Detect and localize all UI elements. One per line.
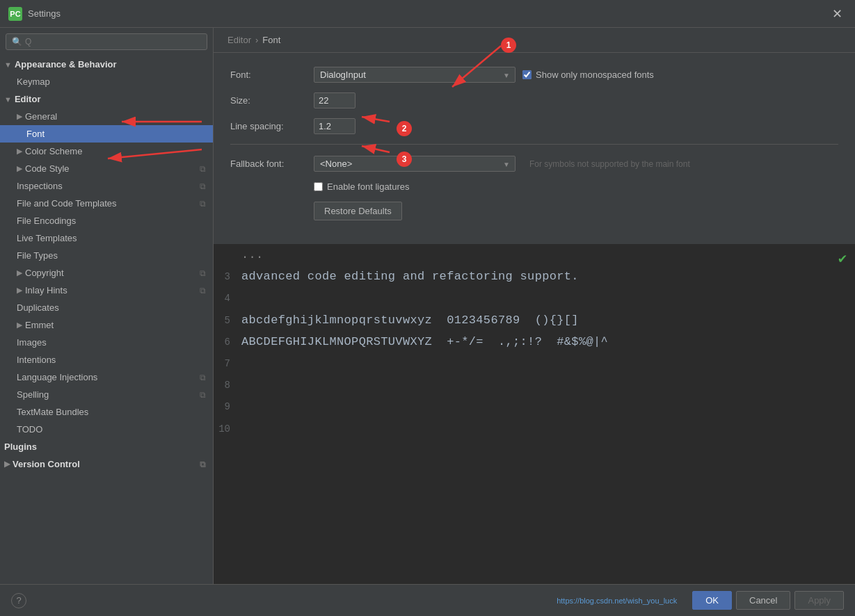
sidebar-item-general[interactable]: ▶ General [0,108,213,125]
sidebar-item-appearance[interactable]: ▼ Appearance & Behavior [0,56,213,73]
code-line-6: 6 ABCDEFGHIJKLMNOPQRSTUVWXYZ +-*/= .,;:!… [214,331,855,352]
code-line-5: 5 abcdefghijklmnopqrstuvwxyz 0123456789 … [214,309,855,331]
line-spacing-input[interactable] [314,118,355,134]
close-button[interactable]: ✕ [828,5,847,23]
copy-icon: ⧉ [200,286,206,295]
footer-left: ? [11,593,26,608]
footer-right: https://blog.csdn.net/wish_you_luck OK C… [557,591,844,610]
code-line-8: 8 [214,374,855,396]
arrow-icon: ▶ [17,286,22,295]
monospaced-checkbox-label[interactable]: Show only monospaced fonts [522,70,654,80]
font-label: Font: [230,70,307,80]
sidebar-item-inlay-hints[interactable]: ▶ Inlay Hints ⧉ [0,282,213,299]
restore-defaults-button[interactable]: Restore Defaults [314,202,402,220]
arrow-icon: ▼ [4,95,12,104]
size-input[interactable] [314,92,355,108]
sidebar-item-code-style[interactable]: ▶ Code Style ⧉ [0,160,213,177]
copy-icon: ⧉ [200,268,206,278]
sidebar-item-file-types[interactable]: File Types [0,247,213,264]
app-icon: PC [8,7,22,21]
sidebar-item-images[interactable]: Images [0,334,213,351]
sidebar-item-file-code-templates[interactable]: File and Code Templates ⧉ [0,195,213,212]
breadcrumb-separator: › [255,35,258,45]
fallback-font-hint: For symbols not supported by the main fo… [529,159,690,169]
check-mark-icon: ✔ [838,250,847,267]
font-dropdown[interactable]: DialogInput JetBrains Mono Consolas Cour… [314,67,516,83]
fallback-font-dropdown-wrap: <None> ▼ [314,156,516,172]
restore-defaults-row: Restore Defaults [230,202,838,220]
size-setting-row: Size: [230,92,838,108]
copy-icon: ⧉ [200,199,206,209]
sidebar-item-inspections[interactable]: Inspections ⧉ [0,177,213,195]
apply-button[interactable]: Apply [794,591,844,610]
breadcrumb-parent: Editor [227,35,251,45]
footer: ? https://blog.csdn.net/wish_you_luck OK… [0,584,855,616]
ligatures-checkbox-label[interactable]: Enable font ligatures [314,181,410,192]
ok-button[interactable]: OK [692,591,732,610]
copy-icon: ⧉ [200,373,206,382]
sidebar-item-editor[interactable]: ▼ Editor [0,90,213,108]
sidebar-item-copyright[interactable]: ▶ Copyright ⧉ [0,264,213,282]
monospaced-checkbox[interactable] [522,70,532,79]
main-content: 🔍 ▼ Appearance & Behavior Keymap ▼ Edito… [0,28,855,584]
main-panel: Editor › Font Font: DialogInput JetBrain… [214,28,855,584]
window-title: Settings [28,8,828,19]
ligatures-checkbox[interactable] [314,182,323,191]
code-line-4: 4 [214,287,855,309]
code-line-3: 3 advanced code editing and refactoring … [214,266,855,287]
sidebar-item-keymap[interactable]: Keymap [0,73,213,90]
sidebar-item-color-scheme[interactable]: ▶ Color Scheme [0,143,213,160]
sidebar-item-font[interactable]: Font [0,125,213,143]
sidebar-item-todo[interactable]: TODO [0,421,213,438]
breadcrumb-current: Font [262,35,280,45]
code-line-10: 10 [214,418,855,439]
arrow-icon: ▼ [4,60,12,69]
code-line-top: ... [214,244,855,266]
search-box[interactable]: 🔍 [6,33,207,50]
copy-icon: ⧉ [200,390,206,400]
cancel-button[interactable]: Cancel [736,591,790,610]
sidebar-item-file-encodings[interactable]: File Encodings [0,212,213,229]
font-dropdown-wrap: DialogInput JetBrains Mono Consolas Cour… [314,67,516,83]
fallback-font-setting-row: Fallback font: <None> ▼ For symbols not … [230,156,838,172]
title-bar: PC Settings ✕ [0,0,855,28]
footer-link: https://blog.csdn.net/wish_you_luck [557,597,677,605]
sidebar-item-intentions[interactable]: Intentions [0,351,213,368]
sidebar-item-plugins[interactable]: Plugins [0,438,213,455]
arrow-icon: ▶ [17,321,22,330]
fallback-font-dropdown[interactable]: <None> [314,156,516,172]
sidebar-item-emmet[interactable]: ▶ Emmet [0,316,213,334]
search-icon: 🔍 [12,37,22,47]
sidebar-item-textmate-bundles[interactable]: TextMate Bundles [0,403,213,421]
arrow-icon: ▶ [17,164,22,173]
ligatures-setting-row: Enable font ligatures [230,181,838,192]
divider [230,144,838,145]
sidebar-item-version-control[interactable]: ▶ Version Control ⧉ [0,455,213,473]
size-label: Size: [230,95,307,106]
copy-icon: ⧉ [200,181,206,191]
breadcrumb: Editor › Font [214,28,855,53]
copy-icon: ⧉ [200,460,206,469]
sidebar-item-duplicates[interactable]: Duplicates [0,299,213,316]
arrow-icon: ▶ [4,460,10,469]
preview-area: ✔ ... 3 advanced code editing and refact… [214,244,855,584]
search-input[interactable] [25,37,201,47]
settings-area: Font: DialogInput JetBrains Mono Consola… [214,53,855,244]
settings-window: PC Settings ✕ 🔍 ▼ Appearance & Behavior … [0,0,855,616]
sidebar-item-spelling[interactable]: Spelling ⧉ [0,386,213,403]
code-line-9: 9 [214,396,855,417]
sidebar: 🔍 ▼ Appearance & Behavior Keymap ▼ Edito… [0,28,214,584]
font-setting-row: Font: DialogInput JetBrains Mono Consola… [230,67,838,83]
sidebar-item-language-injections[interactable]: Language Injections ⧉ [0,368,213,386]
line-spacing-setting-row: Line spacing: [230,118,838,134]
line-spacing-label: Line spacing: [230,121,307,131]
code-line-7: 7 [214,352,855,374]
sidebar-item-live-templates[interactable]: Live Templates [0,229,213,247]
arrow-icon: ▶ [17,268,22,277]
help-button[interactable]: ? [11,593,26,608]
sidebar-scroll: ▼ Appearance & Behavior Keymap ▼ Editor … [0,56,213,584]
arrow-icon: ▶ [17,147,22,156]
fallback-font-label: Fallback font: [230,159,307,169]
copy-icon: ⧉ [200,164,206,174]
arrow-icon: ▶ [17,112,22,121]
